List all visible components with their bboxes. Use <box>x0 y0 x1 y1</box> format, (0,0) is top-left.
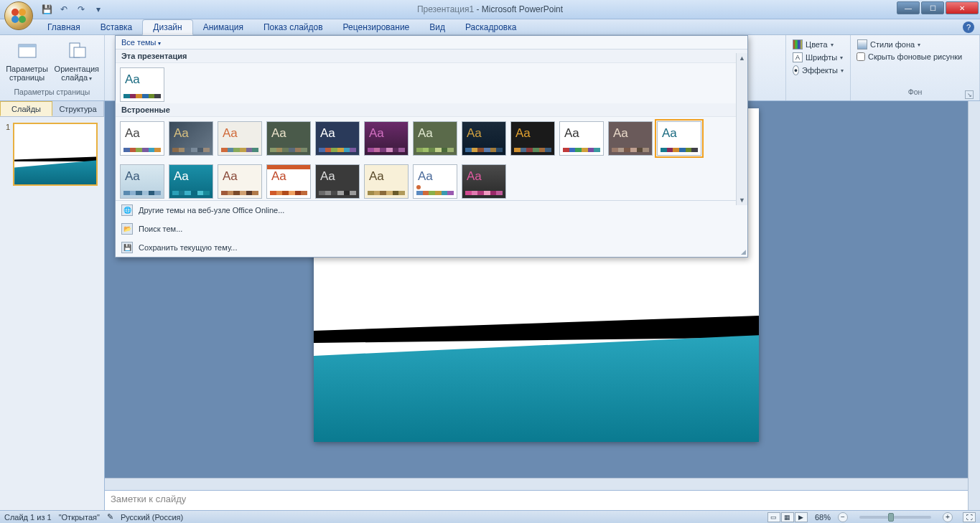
effects-icon: ● <box>793 65 799 75</box>
zoom-slider[interactable] <box>859 516 931 519</box>
slide-thumbnail-1[interactable]: 1 <box>6 123 98 186</box>
svg-point-0 <box>11 9 19 16</box>
theme-item-r1-11[interactable]: Aa <box>657 121 701 156</box>
theme-color-bar <box>661 148 698 152</box>
zoom-level: 68% <box>815 513 831 522</box>
theme-item-r2-7[interactable]: Aa <box>462 164 506 199</box>
notes-pane[interactable]: Заметки к слайду <box>105 490 968 510</box>
theme-item-r1-6[interactable]: Aa <box>413 121 457 156</box>
theme-item-r1-7[interactable]: Aa <box>462 121 506 156</box>
slide-teal-shape <box>314 327 759 442</box>
horizontal-scrollbar[interactable] <box>105 478 968 490</box>
theme-color-bar <box>319 148 356 152</box>
theme-aa-label: Aa <box>369 126 384 141</box>
save-icon[interactable]: 💾 <box>40 3 53 16</box>
redo-icon[interactable]: ↷ <box>75 3 88 16</box>
group-background: Стили фона Скрыть фоновые рисунки Фон↘ <box>851 35 980 100</box>
hide-bg-checkbox[interactable] <box>857 52 865 61</box>
zoom-out-button[interactable]: − <box>838 512 848 522</box>
fonts-button[interactable]: AШрифты <box>790 51 846 64</box>
window-title: Презентация1 - Microsoft PowerPoint <box>417 4 563 14</box>
theme-item-current[interactable]: Aa <box>120 67 164 102</box>
theme-item-r2-5[interactable]: Aa <box>364 164 409 199</box>
view-sorter-button[interactable]: ▦ <box>781 512 794 522</box>
zoom-slider-thumb[interactable] <box>888 513 894 522</box>
gallery-more-online[interactable]: 🌐Другие темы на веб-узле Office Online..… <box>116 201 747 220</box>
theme-aa-label: Aa <box>125 126 140 141</box>
theme-item-r1-8[interactable]: Aa <box>510 121 555 156</box>
zoom-in-button[interactable]: + <box>943 512 953 522</box>
theme-aa-label: Aa <box>271 169 286 184</box>
theme-aa-label: Aa <box>125 72 140 87</box>
maximize-button[interactable]: ☐ <box>921 1 944 14</box>
gallery-footer: 🌐Другие темы на веб-узле Office Online..… <box>116 200 747 257</box>
background-styles-button[interactable]: Стили фона <box>855 38 975 51</box>
group-page-setup: Параметры страницы Ориентация слайда Пар… <box>0 35 105 100</box>
office-button[interactable] <box>4 1 33 30</box>
globe-icon: 🌐 <box>121 204 133 216</box>
close-button[interactable]: ✕ <box>946 1 979 14</box>
help-button[interactable]: ? <box>963 22 974 33</box>
orientation-button[interactable]: Ориентация слайда <box>53 38 101 85</box>
gallery-resize-grip[interactable]: ◢ <box>741 248 746 255</box>
tab-view[interactable]: Вид <box>419 20 455 34</box>
slides-panel: Слайды Структура 1 <box>0 101 105 510</box>
theme-aa-label: Aa <box>564 126 579 141</box>
svg-rect-5 <box>19 44 36 47</box>
theme-color-bar <box>172 191 210 195</box>
gallery-section-this-presentation: Эта презентация <box>116 50 747 63</box>
gallery-all-themes-header[interactable]: Все темы <box>116 36 747 50</box>
theme-item-r1-4[interactable]: Aa <box>315 121 360 156</box>
gallery-save-current[interactable]: 💾Сохранить текущую тему... <box>116 238 747 257</box>
theme-item-r2-6[interactable]: Aa <box>413 164 457 199</box>
theme-item-r2-4[interactable]: Aa <box>315 164 360 199</box>
status-slide-count: Слайд 1 из 1 <box>4 513 52 522</box>
theme-item-r1-1[interactable]: Aa <box>169 121 213 156</box>
tab-outline[interactable]: Структура <box>52 101 104 116</box>
hide-bg-label: Скрыть фоновые рисунки <box>868 52 962 61</box>
gallery-scrollbar[interactable]: ▲ ▼ <box>736 53 747 205</box>
scroll-down-icon[interactable]: ▼ <box>739 197 745 204</box>
tab-animation[interactable]: Анимация <box>193 20 253 34</box>
theme-aa-label: Aa <box>174 169 189 184</box>
view-slideshow-button[interactable]: ▶ <box>795 512 808 522</box>
save-theme-icon: 💾 <box>121 242 133 253</box>
group-background-label: Фон↘ <box>855 88 975 99</box>
tab-design[interactable]: Дизайн <box>142 19 192 35</box>
fit-to-window-button[interactable]: ⛶ <box>963 512 976 522</box>
thumbnail-list: 1 <box>0 117 104 510</box>
theme-aa-label: Aa <box>662 126 677 141</box>
bg-launcher-icon[interactable]: ↘ <box>965 90 974 99</box>
qat-more-icon[interactable]: ▾ <box>92 3 105 16</box>
tab-review[interactable]: Рецензирование <box>333 20 420 34</box>
theme-item-r1-9[interactable]: Aa <box>559 121 604 156</box>
theme-item-r1-2[interactable]: Aa <box>218 121 262 156</box>
theme-item-r2-0[interactable]: Aa <box>120 164 164 199</box>
minimize-button[interactable]: — <box>897 1 920 14</box>
page-setup-button[interactable]: Параметры страницы <box>4 38 50 85</box>
theme-item-r1-5[interactable]: Aa <box>364 121 409 156</box>
theme-item-r1-3[interactable]: Aa <box>266 121 311 156</box>
status-language[interactable]: Русский (Россия) <box>121 513 183 522</box>
theme-item-r1-10[interactable]: Aa <box>608 121 653 156</box>
tab-insert[interactable]: Вставка <box>90 20 143 34</box>
vertical-scrollbar[interactable] <box>968 101 980 510</box>
gallery-browse[interactable]: 📂Поиск тем... <box>116 220 747 238</box>
colors-button[interactable]: Цвета <box>790 38 846 51</box>
view-normal-button[interactable]: ▭ <box>767 512 780 522</box>
tab-slides[interactable]: Слайды <box>0 101 52 116</box>
theme-item-r2-2[interactable]: Aa <box>218 164 262 199</box>
undo-icon[interactable]: ↶ <box>57 3 70 16</box>
theme-aa-label: Aa <box>467 169 482 184</box>
hide-bg-checkbox-row[interactable]: Скрыть фоновые рисунки <box>855 51 975 62</box>
effects-button[interactable]: ●Эффекты <box>790 64 846 77</box>
scroll-up-icon[interactable]: ▲ <box>739 55 745 62</box>
theme-item-r2-3[interactable]: Aa <box>266 164 311 199</box>
tab-slideshow[interactable]: Показ слайдов <box>253 20 333 34</box>
theme-item-r2-1[interactable]: Aa <box>169 164 213 199</box>
status-spell-icon[interactable]: ✎ <box>107 512 113 522</box>
theme-aa-label: Aa <box>223 126 238 141</box>
theme-item-r1-0[interactable]: Aa <box>120 121 164 156</box>
tab-storyboard[interactable]: Раскадровка <box>455 20 526 34</box>
tab-home[interactable]: Главная <box>37 20 90 34</box>
